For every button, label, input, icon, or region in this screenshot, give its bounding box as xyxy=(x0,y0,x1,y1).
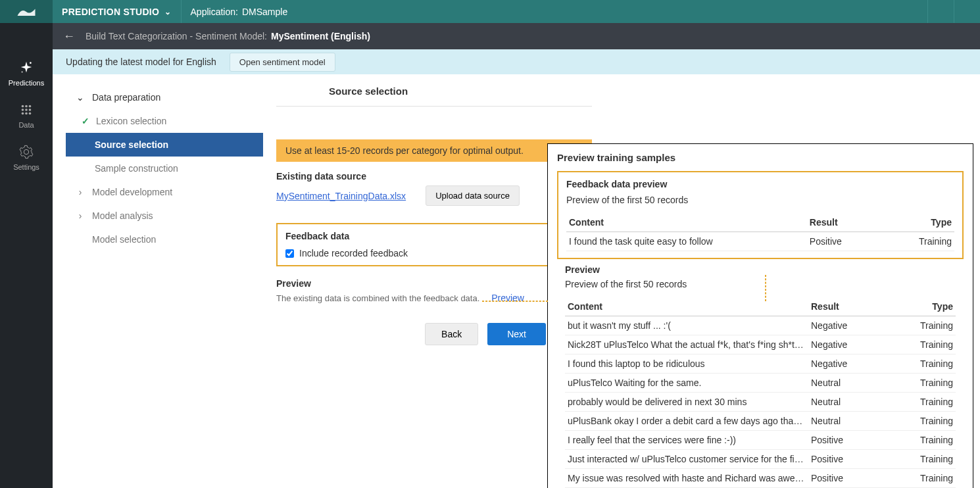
table-row: uPlusBank okay I order a debit card a fe… xyxy=(565,412,956,431)
feedback-preview-table: Content Result Type I found the task qui… xyxy=(566,213,954,251)
step-sample-construction[interactable]: Sample construction xyxy=(66,157,263,180)
cell-result: Neutral xyxy=(808,412,894,431)
gear-icon xyxy=(19,145,34,159)
table-row: uPlusTelco Waiting for the same.NeutralT… xyxy=(565,374,956,393)
sidebar-item-data[interactable]: Data xyxy=(0,95,53,137)
cell-type: Training xyxy=(894,354,956,374)
cell-type: Training xyxy=(894,431,956,450)
studio-dropdown[interactable]: PREDICTION STUDIO ⌄ xyxy=(53,0,182,23)
sidebar-item-predictions[interactable]: Predictions xyxy=(0,53,53,95)
panel-title: Source selection xyxy=(276,85,592,97)
table-row: Nick28T uPlusTelco What the actual f*k, … xyxy=(565,335,956,354)
top-bar-right xyxy=(927,0,980,23)
sub-header: ← Build Text Categorization - Sentiment … xyxy=(0,23,980,49)
app-label: Application: xyxy=(191,7,238,17)
svg-point-2 xyxy=(22,105,24,108)
sidebar-label: Predictions xyxy=(9,79,44,87)
connector-horizontal xyxy=(482,301,548,302)
warning-banner: Use at least 15-20 records per category … xyxy=(276,139,592,162)
cell-result: Neutral xyxy=(808,393,894,412)
top-bar-action-1[interactable] xyxy=(927,0,954,23)
table-row: I found this laptop to be ridiculousNega… xyxy=(565,354,956,374)
grid-icon xyxy=(19,103,34,117)
svg-point-10 xyxy=(29,112,32,115)
open-sentiment-model-button[interactable]: Open sentiment model xyxy=(230,53,335,72)
upload-data-source-button[interactable]: Upload data source xyxy=(426,185,520,206)
feedback-data-preview-box: Feedback data preview Preview of the fir… xyxy=(557,171,964,259)
svg-point-3 xyxy=(25,105,28,108)
cell-type: Training xyxy=(894,393,956,412)
info-banner: Updating the latest model for English Op… xyxy=(53,49,980,74)
cell-content: uPlusTelco Waiting for the same. xyxy=(565,374,808,393)
svg-point-8 xyxy=(22,112,24,115)
arrow-left-icon: ← xyxy=(63,30,75,43)
cell-content: uPlusBank okay I order a debit card a fe… xyxy=(565,412,808,431)
cell-content: Just interacted w/ uPlusTelco customer s… xyxy=(565,450,808,469)
svg-point-7 xyxy=(29,109,32,111)
preview2-desc: Preview of the first 50 records xyxy=(565,279,956,289)
svg-point-6 xyxy=(25,109,28,111)
step-group-data-preparation[interactable]: ⌄ Data preparation xyxy=(66,85,263,109)
cell-result: Positive xyxy=(808,469,894,488)
preview-data-section: Preview Preview of the first 50 records … xyxy=(557,259,964,488)
step-group-model-analysis[interactable]: › Model analysis xyxy=(66,204,263,228)
cell-type: Training xyxy=(894,335,956,354)
feedback-preview-title: Feedback data preview xyxy=(566,179,954,189)
table-row: I really feel that the services were fin… xyxy=(565,431,956,450)
banner-text: Updating the latest model for English xyxy=(66,57,216,67)
sidebar-label: Data xyxy=(18,121,34,129)
table-row: probably would be delivered in next 30 m… xyxy=(565,393,956,412)
step-group-model-development[interactable]: › Model development xyxy=(66,180,263,204)
preview2-title: Preview xyxy=(565,264,956,275)
step-lexicon-selection[interactable]: ✓ Lexicon selection xyxy=(66,109,263,133)
divider xyxy=(276,106,592,107)
cell-content: but it wasn't my stuff ... :'( xyxy=(565,316,808,335)
data-source-row: MySentiment_TrainingData.xlsx Upload dat… xyxy=(276,185,592,206)
feedback-preview-desc: Preview of the first 50 records xyxy=(566,195,954,205)
col-type: Type xyxy=(894,297,956,316)
col-result: Result xyxy=(807,213,893,232)
col-content: Content xyxy=(565,297,808,316)
studio-title: PREDICTION STUDIO xyxy=(62,7,159,17)
top-bar-action-2[interactable] xyxy=(954,0,980,23)
preview-title: Preview xyxy=(276,278,592,289)
include-feedback-checkbox-label[interactable]: Include recorded feedback xyxy=(285,248,583,258)
svg-point-5 xyxy=(22,109,24,111)
data-source-link[interactable]: MySentiment_TrainingData.xlsx xyxy=(276,191,406,201)
table-row: I found the task quite easy to followPos… xyxy=(566,232,954,251)
nav-buttons: Back Next xyxy=(276,323,592,345)
cell-result: Negative xyxy=(808,354,894,374)
cell-type: Training xyxy=(894,450,956,469)
check-icon: ✓ xyxy=(82,116,89,126)
step-source-selection[interactable]: Source selection xyxy=(66,133,263,157)
table-row: Just interacted w/ uPlusTelco customer s… xyxy=(565,450,956,469)
cell-content: probably would be delivered in next 30 m… xyxy=(565,393,808,412)
sidebar-item-settings[interactable]: Settings xyxy=(0,137,53,179)
preview-section: Preview The existing data is combined wi… xyxy=(276,278,592,303)
back-button[interactable]: Back xyxy=(425,323,478,345)
sparkle-icon xyxy=(19,61,34,75)
sidebar-label: Settings xyxy=(13,163,39,171)
step-group-model-selection[interactable]: › Model selection xyxy=(66,228,263,251)
cell-result: Negative xyxy=(808,316,894,335)
main-panel: Source selection Use at least 15-20 reco… xyxy=(276,85,592,345)
back-arrow-button[interactable]: ← xyxy=(53,23,86,49)
logo[interactable] xyxy=(0,0,53,23)
cell-result: Negative xyxy=(808,335,894,354)
chevron-right-icon: › xyxy=(75,187,86,197)
cell-result: Positive xyxy=(808,431,894,450)
cell-type: Training xyxy=(894,469,956,488)
feedback-data-box: Feedback data Include recorded feedback xyxy=(276,223,592,266)
next-button[interactable]: Next xyxy=(487,323,546,345)
top-bar: PREDICTION STUDIO ⌄ Application: DMSampl… xyxy=(0,0,980,23)
include-feedback-checkbox[interactable] xyxy=(285,249,294,258)
feedback-title: Feedback data xyxy=(285,231,583,241)
cell-result: Positive xyxy=(808,450,894,469)
col-content: Content xyxy=(566,213,807,232)
table-row: but it wasn't my stuff ... :'(NegativeTr… xyxy=(565,316,956,335)
cell-type: Training xyxy=(893,232,954,251)
cell-type: Training xyxy=(894,316,956,335)
preview-desc: The existing data is combined with the f… xyxy=(276,293,479,303)
cell-content: I found this laptop to be ridiculous xyxy=(565,354,808,374)
col-result: Result xyxy=(808,297,894,316)
